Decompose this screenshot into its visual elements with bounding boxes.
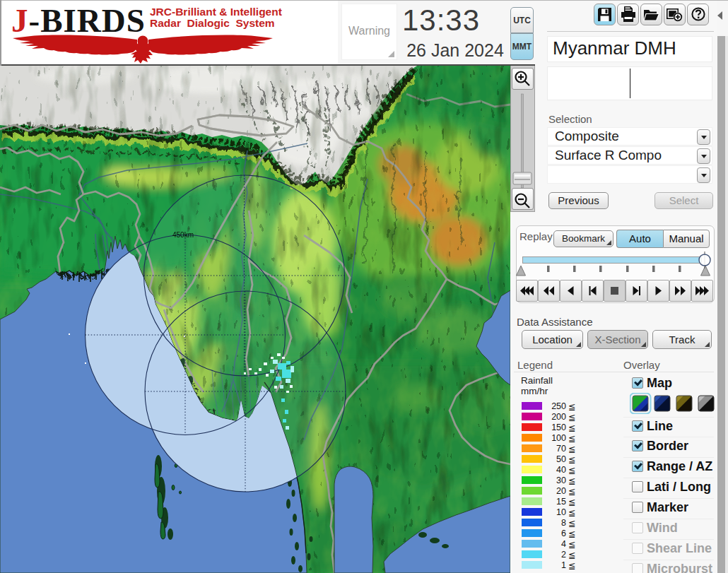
svg-text:450km: 450km — [172, 231, 194, 239]
